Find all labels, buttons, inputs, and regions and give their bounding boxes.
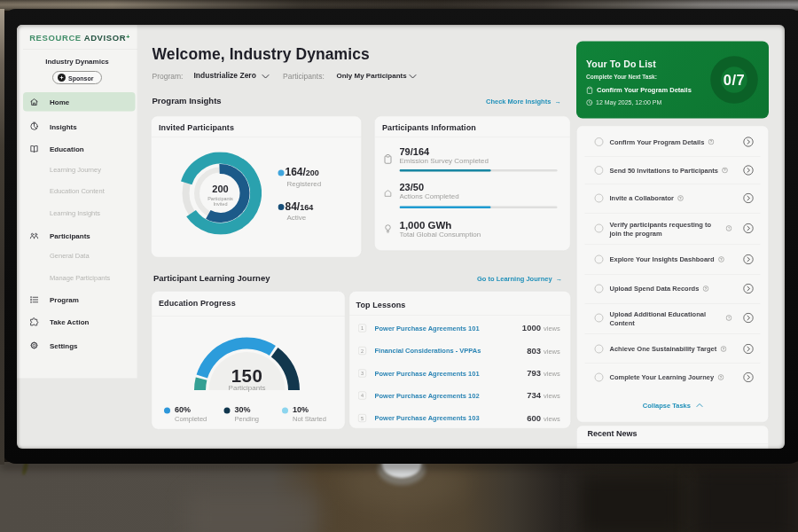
svg-text:?: ? <box>720 375 723 379</box>
svg-text:?: ? <box>723 347 725 351</box>
svg-text:?: ? <box>728 316 731 320</box>
svg-text:?: ? <box>724 168 726 172</box>
svg-text:?: ? <box>679 196 682 200</box>
svg-text:?: ? <box>705 286 708 291</box>
svg-text:?: ? <box>710 139 713 144</box>
svg-text:?: ? <box>728 226 731 231</box>
svg-text:?: ? <box>720 257 723 262</box>
